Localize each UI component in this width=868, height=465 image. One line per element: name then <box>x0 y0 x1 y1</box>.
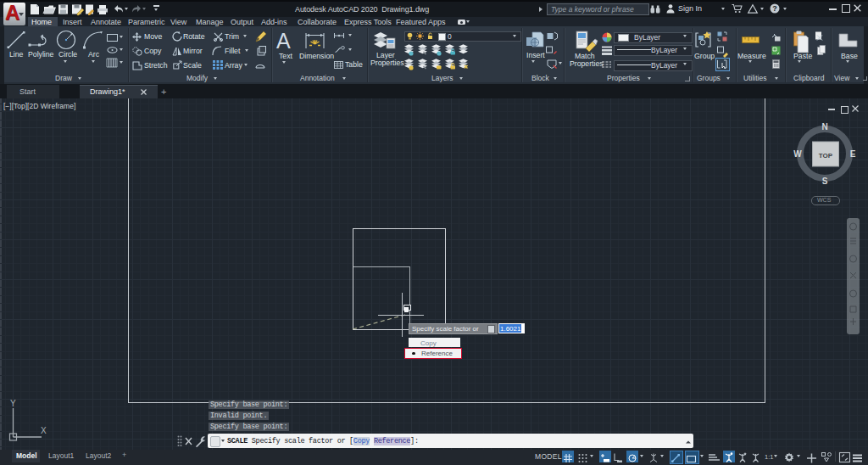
svg-text:X: X <box>41 426 47 435</box>
svg-text:S: S <box>822 176 828 186</box>
svg-text:N: N <box>821 122 827 132</box>
svg-text:TOP: TOP <box>819 152 833 160</box>
svg-text:?: ? <box>772 4 777 13</box>
svg-text:E: E <box>850 149 856 159</box>
svg-text:Y: Y <box>10 399 16 408</box>
svg-text:W: W <box>793 149 802 159</box>
